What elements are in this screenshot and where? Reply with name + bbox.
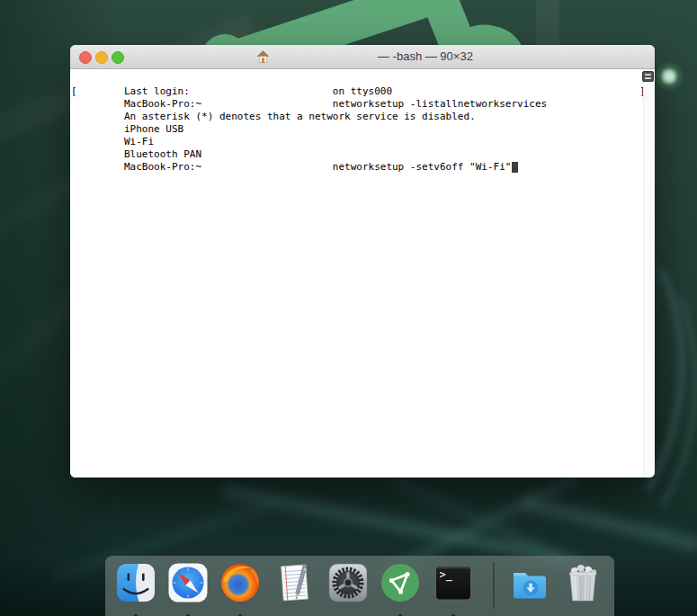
terminal-line: MacBook-Pro:~ networksetup -listallnetwo… [70, 85, 655, 98]
dock: >_ [105, 556, 614, 616]
terminal-window: — -bash — 90×32 Last login: on ttys000 M… [70, 45, 655, 478]
terminal-line: An asterisk (*) denotes that a network s… [70, 98, 655, 111]
terminal-prompt-line: MacBook-Pro:~ networksetup -setv6off "Wi… [70, 148, 655, 161]
terminal-line: Last login: on ttys000 [70, 73, 655, 85]
window-title: — -bash — 90×32 [378, 45, 473, 68]
dock-item-downloads[interactable] [509, 561, 552, 604]
firefox-icon [219, 561, 262, 604]
terminal-cursor [512, 162, 518, 173]
dock-item-firefox[interactable] [219, 561, 262, 604]
trash-full-icon [561, 561, 604, 604]
dock-divider [493, 562, 495, 609]
dock-item-textedit[interactable] [273, 561, 316, 604]
safari-icon [166, 561, 210, 604]
zoom-button[interactable] [112, 51, 124, 64]
close-button[interactable] [79, 51, 92, 64]
terminal-content[interactable]: Last login: on ttys000 MacBook-Pro:~ net… [70, 69, 655, 478]
dock-item-safari[interactable] [166, 561, 210, 604]
scrollbar[interactable] [643, 69, 655, 478]
terminal-line: Bluetooth PAN [70, 136, 655, 148]
dock-item-system-preferences[interactable] [326, 561, 370, 604]
minimize-button[interactable] [95, 51, 108, 64]
finder-icon [114, 561, 157, 604]
dock-item-trash[interactable] [561, 561, 604, 604]
vpn-triangle-icon [379, 561, 422, 604]
dock-item-finder[interactable] [114, 561, 157, 604]
textedit-icon [273, 561, 316, 604]
dock-item-vpn[interactable] [379, 561, 422, 604]
left-bracket: [ [71, 85, 77, 98]
dock-item-terminal[interactable]: >_ [432, 561, 475, 604]
terminal-line: Wi-Fi [70, 123, 655, 136]
home-folder-icon[interactable] [257, 50, 269, 63]
desktop: — -bash — 90×32 Last login: on ttys000 M… [0, 0, 697, 616]
system-preferences-icon [326, 561, 370, 604]
terminal-titlebar[interactable]: — -bash — 90×32 [70, 45, 655, 69]
downloads-folder-icon [509, 561, 552, 604]
svg-text:>_: >_ [440, 568, 453, 582]
terminal-app-icon: >_ [432, 561, 475, 604]
terminal-line: iPhone USB [70, 111, 655, 123]
split-pane-button[interactable] [642, 71, 654, 82]
